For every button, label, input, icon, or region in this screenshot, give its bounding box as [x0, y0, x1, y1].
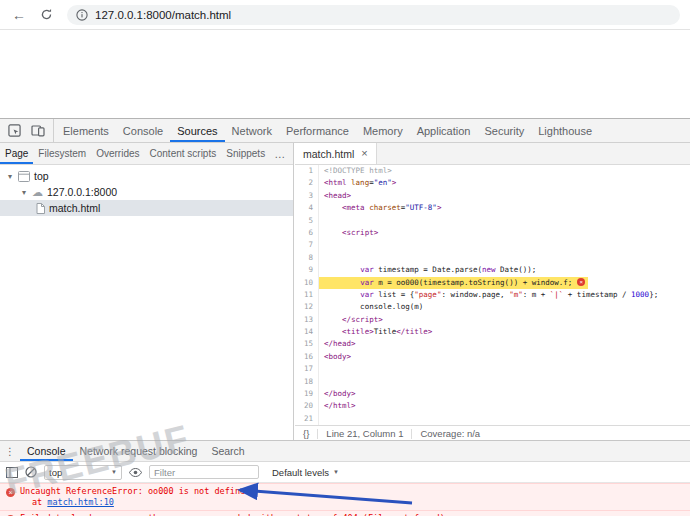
- code-text: var timestamp = Date.parse(new Date());: [319, 264, 536, 276]
- code-line: 17: [295, 363, 690, 375]
- tab-network[interactable]: Network: [225, 119, 279, 142]
- back-icon[interactable]: ←: [12, 8, 26, 22]
- console-toolbar: top ▼ Default levels ▼: [0, 462, 690, 483]
- cursor-position-text: Line 21, Column 1: [318, 426, 411, 441]
- code-line: 16<body>: [295, 351, 690, 363]
- console-filter-input[interactable]: [149, 465, 259, 479]
- line-number[interactable]: 14: [295, 326, 319, 338]
- error-stack-line: at match.html:10: [20, 497, 684, 508]
- code-line: 12 console.log(m): [295, 301, 690, 313]
- code-line: 2<html lang="en">: [295, 177, 690, 189]
- domain-cloud-icon: ☁: [32, 187, 43, 198]
- line-number[interactable]: 15: [295, 338, 319, 350]
- code-text: [319, 239, 324, 251]
- site-info-icon[interactable]: [76, 9, 88, 21]
- address-bar[interactable]: 127.0.0.1:8000/match.html: [67, 5, 680, 25]
- code-text: [319, 376, 324, 388]
- more-tools-icon[interactable]: ⋮: [0, 441, 20, 461]
- console-error-message: × Failed to load resource: the server re…: [0, 510, 690, 516]
- code-text: <meta charset="UTF-8">: [319, 202, 441, 214]
- tab-elements[interactable]: Elements: [56, 119, 116, 142]
- line-number[interactable]: 19: [295, 388, 319, 400]
- line-number[interactable]: 13: [295, 314, 319, 326]
- coverage-text: Coverage: n/a: [412, 426, 488, 441]
- clear-console-icon[interactable]: [25, 466, 37, 478]
- tab-security[interactable]: Security: [477, 119, 531, 142]
- editor-tab-label: match.html: [303, 148, 354, 160]
- chevron-down-icon[interactable]: ▾: [6, 172, 14, 181]
- tab-application[interactable]: Application: [410, 119, 478, 142]
- chevron-down-icon[interactable]: ▾: [20, 188, 28, 197]
- devtools-main-tabbar: Elements Console Sources Network Perform…: [0, 119, 690, 143]
- code-line: 9 var timestamp = Date.parse(new Date())…: [295, 264, 690, 276]
- code-line: 20</html>: [295, 400, 690, 412]
- line-number[interactable]: 8: [295, 252, 319, 264]
- code-text: <!DOCTYPE html>: [319, 165, 392, 177]
- editor-tab-match-html[interactable]: match.html ×: [295, 143, 377, 164]
- tab-performance[interactable]: Performance: [279, 119, 356, 142]
- line-number[interactable]: 21: [295, 413, 319, 425]
- close-icon[interactable]: ×: [361, 148, 367, 159]
- code-editor-area[interactable]: 1<!DOCTYPE html>2<html lang="en">3<head>…: [295, 165, 690, 425]
- drawer-tab-search[interactable]: Search: [204, 441, 251, 461]
- line-number[interactable]: 17: [295, 363, 319, 375]
- at-prefix: at: [32, 497, 47, 507]
- drawer-tab-console[interactable]: Console: [20, 441, 73, 461]
- line-number[interactable]: 20: [295, 400, 319, 412]
- line-number[interactable]: 16: [295, 351, 319, 363]
- line-number[interactable]: 7: [295, 239, 319, 251]
- line-number[interactable]: 9: [295, 264, 319, 276]
- url-text: 127.0.0.1:8000/match.html: [95, 9, 231, 21]
- code-text: [319, 252, 324, 264]
- tree-item-file[interactable]: match.html: [0, 200, 293, 216]
- code-line: 4 <meta charset="UTF-8">: [295, 202, 690, 214]
- line-number[interactable]: 4: [295, 202, 319, 214]
- tree-item-top[interactable]: ▾ top: [0, 168, 293, 184]
- code-text: <html lang="en">: [319, 177, 396, 189]
- device-toolbar-icon[interactable]: [31, 124, 45, 137]
- console-messages: × Uncaught ReferenceError: oo000 is not …: [0, 483, 690, 516]
- reload-icon[interactable]: [40, 8, 53, 21]
- error-text: Uncaught ReferenceError: oo000 is not de…: [20, 486, 684, 497]
- code-line: 21: [295, 413, 690, 425]
- tree-label-host: 127.0.0.1:8000: [47, 186, 117, 198]
- tab-sources[interactable]: Sources: [170, 119, 224, 142]
- inspect-element-icon[interactable]: [8, 124, 21, 137]
- console-sidebar-icon[interactable]: [6, 467, 18, 478]
- drawer-tab-network-request-blocking[interactable]: Network request blocking: [73, 441, 205, 461]
- code-line: 11 var list = {"page": window.page, "m":…: [295, 289, 690, 301]
- live-expression-eye-icon[interactable]: [129, 468, 142, 477]
- line-number[interactable]: 6: [295, 227, 319, 239]
- tab-filesystem[interactable]: Filesystem: [33, 143, 91, 164]
- code-text: [319, 413, 324, 425]
- tab-console[interactable]: Console: [116, 119, 170, 142]
- line-number[interactable]: 5: [295, 215, 319, 227]
- pretty-print-button[interactable]: {}: [295, 426, 317, 441]
- tree-label-file: match.html: [49, 202, 100, 214]
- tab-overrides[interactable]: Overrides: [91, 143, 144, 164]
- tab-memory[interactable]: Memory: [356, 119, 410, 142]
- source-location-link[interactable]: match.html:10: [47, 497, 114, 507]
- line-number[interactable]: 3: [295, 190, 319, 202]
- log-levels-dropdown[interactable]: Default levels ▼: [272, 467, 339, 478]
- more-tabs-icon[interactable]: …: [270, 143, 289, 164]
- editor-tabbar: match.html ×: [295, 143, 690, 165]
- line-number[interactable]: 2: [295, 177, 319, 189]
- line-number[interactable]: 10: [295, 277, 319, 289]
- chevron-down-icon: ▼: [111, 469, 117, 475]
- tab-lighthouse[interactable]: Lighthouse: [531, 119, 599, 142]
- code-text: </html>: [319, 400, 356, 412]
- tab-snippets[interactable]: Snippets: [221, 143, 270, 164]
- code-line: 3<head>: [295, 190, 690, 202]
- line-number[interactable]: 1: [295, 165, 319, 177]
- frame-context-select[interactable]: top ▼: [44, 465, 122, 480]
- line-number[interactable]: 18: [295, 376, 319, 388]
- code-line: 1<!DOCTYPE html>: [295, 165, 690, 177]
- line-number[interactable]: 12: [295, 301, 319, 313]
- tree-item-host[interactable]: ▾ ☁ 127.0.0.1:8000: [0, 184, 293, 200]
- tab-content-scripts[interactable]: Content scripts: [145, 143, 222, 164]
- editor-status-bar: {} Line 21, Column 1 Coverage: n/a: [295, 425, 690, 441]
- code-text: var list = {"page": window.page, "m": m …: [319, 289, 658, 301]
- line-number[interactable]: 11: [295, 289, 319, 301]
- tab-page[interactable]: Page: [0, 143, 33, 164]
